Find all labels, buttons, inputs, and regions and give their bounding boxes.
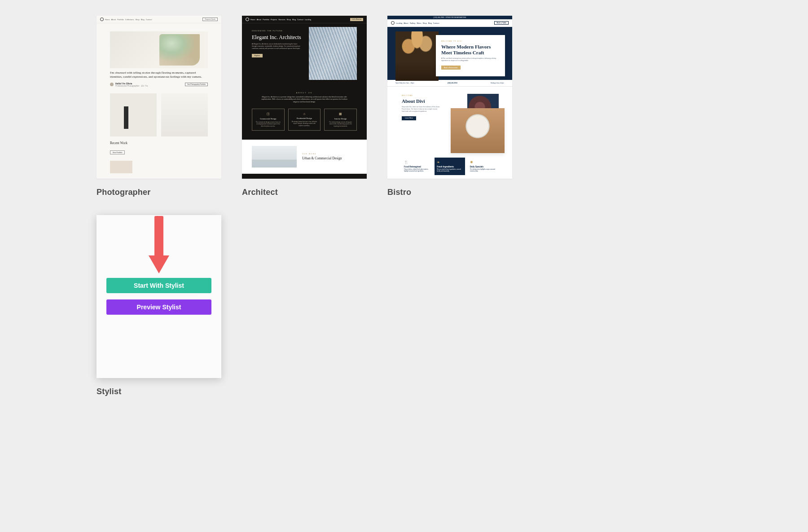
about-eyebrow: ABOUT US	[252, 92, 357, 94]
about-cta: Learn More	[402, 116, 416, 120]
card-title: Photographer	[97, 188, 221, 197]
mini-nav: LandingAboutGalleryMenuShopBlogContact B…	[387, 19, 512, 27]
logo-icon	[391, 21, 395, 25]
house-icon: ⌂	[291, 112, 318, 115]
thumbnail-photographer[interactable]: HomeAboutPortfolioCollectionsShopBlogCon…	[97, 16, 221, 179]
feature-tiles: 🍴Food ReimaginedClassic dishes, refined.…	[387, 158, 512, 175]
card-title: Stylist	[97, 387, 221, 396]
starter-site-gallery: HomeAboutPortfolioCollectionsShopBlogCon…	[0, 0, 808, 412]
card-stylist[interactable]: Start With Stylist Preview Stylist Styli…	[97, 215, 221, 396]
hero-eyebrow: DESIGNING THE FUTURE	[252, 30, 304, 32]
thumbnail-bistro[interactable]: (123) 456-7890 · OPEN FOR RESERVATIONS L…	[387, 16, 512, 179]
mini-nav: HomeAboutPortfolioProjectsServicesShopBl…	[242, 16, 367, 23]
annotation-arrow-icon	[150, 216, 168, 274]
card-title: Bistro	[387, 188, 512, 197]
avatar-icon	[110, 83, 114, 86]
recent-cta: View Portfolio	[110, 150, 125, 154]
leaf-icon: ❧	[437, 160, 462, 164]
logo-icon	[100, 18, 104, 21]
about-title: About Divi	[402, 98, 440, 104]
hero-cta: Explore	[252, 54, 263, 57]
card-photographer[interactable]: HomeAboutPortfolioCollectionsShopBlogCon…	[97, 16, 221, 197]
about-image-cheese	[451, 108, 505, 153]
portfolio-title: Urban & Commercial Design	[302, 156, 357, 160]
card-title: Architect	[242, 188, 367, 197]
thumbnail-architect[interactable]: HomeAboutPortfolioProjectsServicesShopBl…	[242, 16, 367, 179]
hero-card: WELCOME TO DIVI Where Modern Flavors Mee…	[436, 35, 505, 76]
about-eyebrow: WELCOME	[402, 95, 440, 97]
interior-icon: ▦	[327, 112, 354, 116]
hero-image	[110, 31, 208, 68]
recent-strip	[110, 161, 208, 173]
start-with-button[interactable]: Start With Stylist	[106, 278, 211, 293]
hero-image	[395, 31, 439, 81]
hero-copy: At Elegant Inc. Architects, we are dedic…	[252, 43, 301, 50]
fork-knife-icon: 🍴	[404, 160, 430, 164]
preview-button[interactable]: Preview Stylist	[106, 299, 211, 315]
star-icon: ✺	[470, 160, 496, 164]
info-strip: Open Daily from 9am – 10pm (234) 456-891…	[387, 80, 512, 87]
logo-icon	[246, 18, 249, 21]
thumbnail-stylist[interactable]: Start With Stylist Preview Stylist	[97, 215, 221, 378]
author-row: Hello! I'm Olivia Professional Photograp…	[110, 82, 208, 87]
portfolio-grid	[110, 93, 208, 136]
mini-nav: HomeAboutPortfolioCollectionsShopBlogCon…	[97, 16, 221, 23]
card-bistro[interactable]: (123) 456-7890 · OPEN FOR RESERVATIONS L…	[387, 16, 512, 197]
card-architect[interactable]: HomeAboutPortfolioProjectsServicesShopBl…	[242, 16, 367, 197]
portfolio-image	[252, 146, 297, 167]
about-copy: Elegant Inc. Architects is a premier des…	[259, 96, 349, 103]
announcement-bar: (123) 456-7890 · OPEN FOR RESERVATIONS	[387, 16, 512, 19]
hero-title: Elegant Inc. Architects	[252, 34, 304, 41]
portfolio-eyebrow: OUR WORK	[302, 153, 357, 155]
hero-tagline: I'm obsessed with telling stories throug…	[110, 71, 208, 79]
recent-heading: Recent Work	[110, 141, 208, 145]
building-icon: ◫	[255, 112, 281, 116]
service-cards: ◫Commercial DesignOur commercial design …	[252, 109, 357, 131]
about-copy: Step inside Divi, where we honor the tra…	[402, 106, 440, 112]
hero-image	[309, 27, 357, 80]
